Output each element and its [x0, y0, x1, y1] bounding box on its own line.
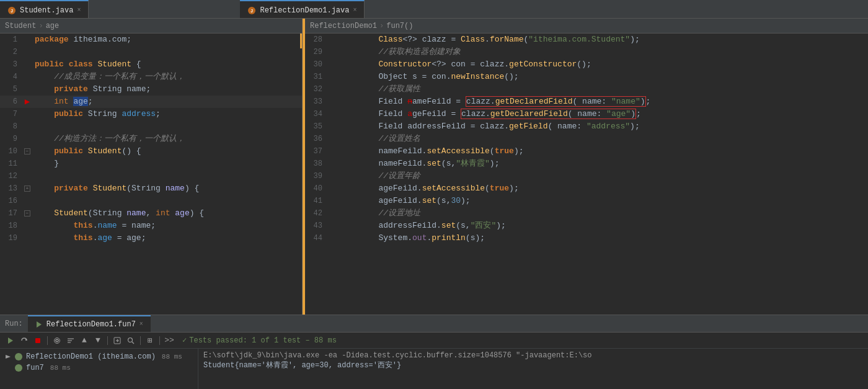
run-time-fun7: 88 ms — [50, 364, 71, 372]
run-output-line1: E:\soft\jdk_9\bin\java.exe -ea -Didea.te… — [203, 351, 863, 360]
code-line-16: 16 — [0, 195, 302, 207]
run-search-btn[interactable] — [125, 335, 136, 346]
right-line-33: 33 Field nameFeild = clazz.getDeclaredFi… — [305, 96, 868, 108]
run-rerun-btn[interactable] — [19, 335, 30, 346]
run-stop-btn[interactable] — [32, 335, 43, 346]
code-line-1: 1 package itheima.com; — [0, 34, 302, 46]
status-dot-fun7 — [15, 364, 22, 372]
right-line-39: 39 //设置年龄 — [305, 170, 868, 182]
svg-line-18 — [132, 342, 134, 344]
right-line-41: 41 ageFeild.set(s,30); — [305, 195, 868, 207]
right-line-44: 44 System.out.println(s); — [305, 232, 868, 244]
tab-bar: J Student.java × J ReflectionDemo1.java … — [0, 0, 868, 19]
right-line-32: 32 //获取属性 — [305, 83, 868, 96]
tab-label-left: Student.java — [20, 6, 73, 15]
right-line-37: 37 nameFeild.setAccessible(true); — [305, 145, 868, 158]
tab-reflection-java[interactable]: J ReflectionDemo1.java × — [240, 0, 365, 18]
run-icon — [35, 321, 43, 328]
toolbar-sep-1 — [47, 336, 48, 345]
run-output-line2: Student{name='林青霞', age=30, address='西安'… — [203, 360, 863, 370]
run-tree-root[interactable]: ReflectionDemo1 (itheima.com) 88 ms — [2, 351, 195, 362]
collapse-icon — [5, 354, 11, 360]
svg-rect-7 — [35, 338, 40, 343]
run-up-btn[interactable]: ▲ — [79, 335, 90, 346]
status-dot-root — [15, 353, 22, 360]
breadcrumb-sep-left: › — [38, 22, 43, 30]
fold-13[interactable]: + — [24, 186, 30, 192]
right-line-35: 35 Field addressFeild = clazz.getField( … — [305, 120, 868, 133]
right-line-34: 34 Field ageFeild = clazz.getDeclaredFie… — [305, 108, 868, 120]
run-export-btn[interactable] — [112, 335, 123, 346]
breadcrumb-method-right: fun7() — [386, 22, 413, 30]
run-label: Run: — [0, 315, 28, 332]
close-run-tab[interactable]: × — [140, 321, 143, 328]
right-line-29: 29 //获取构造器创建对象 — [305, 46, 868, 58]
java-icon-left: J — [7, 6, 16, 15]
run-tree[interactable]: ReflectionDemo1 (itheima.com) 88 ms fun7… — [0, 349, 198, 389]
right-panel: ReflectionDemo1 › fun7() 28 Class<?> cla… — [305, 19, 868, 315]
right-line-36: 36 //设置姓名 — [305, 133, 868, 145]
code-line-13: 13 + private Student(String name) { — [0, 182, 302, 195]
svg-point-9 — [55, 338, 60, 343]
code-line-18: 18 this.name = name; — [0, 220, 302, 232]
run-tree-fun7[interactable]: fun7 88 ms — [2, 362, 195, 373]
toolbar-sep-3 — [140, 336, 141, 345]
left-code-area[interactable]: 1 package itheima.com; 2 3 public class … — [0, 34, 302, 315]
run-tab-label: ReflectionDemo1.fun7 — [46, 320, 136, 329]
breadcrumb-right: ReflectionDemo1 › fun7() — [305, 19, 868, 34]
svg-text:J: J — [11, 9, 13, 14]
code-line-2: 2 — [0, 46, 302, 58]
close-tab-right[interactable]: × — [353, 7, 356, 14]
code-line-5: 5 private String name; — [0, 83, 302, 96]
code-line-7: 7 public String address; — [0, 108, 302, 120]
code-line-12: 12 — [0, 170, 302, 182]
fold-17[interactable]: − — [24, 210, 30, 217]
toolbar-sep-2 — [107, 336, 108, 345]
breadcrumb-sep-right: › — [379, 22, 384, 30]
svg-point-17 — [128, 338, 133, 342]
run-time-root: 88 ms — [162, 353, 182, 360]
close-tab-left[interactable]: × — [77, 7, 81, 14]
code-line-8: 8 — [0, 120, 302, 133]
right-line-40: 40 ageFeild.setAccessible(true); — [305, 182, 868, 195]
code-line-19: 19 this.age = age; — [0, 232, 302, 244]
right-line-43: 43 addressFeild.set(s,"西安"); — [305, 220, 868, 232]
tab-label-right: ReflectionDemo1.java — [260, 6, 349, 15]
run-tree-fun7-label: fun7 — [26, 364, 44, 372]
run-status: ✓ Tests passed: 1 of 1 test – 88 ms — [182, 336, 337, 345]
right-line-38: 38 nameFeild.set(s,"林青霞"); — [305, 158, 868, 170]
code-line-6: 6 ▶ int age; — [0, 96, 302, 108]
fold-10[interactable]: − — [24, 148, 30, 154]
run-more-btn[interactable]: >> — [164, 335, 175, 346]
toolbar-sep-4 — [159, 336, 160, 345]
right-line-30: 30 Constructor<?> con = clazz.getConstru… — [305, 58, 868, 71]
run-tab-fun7[interactable]: ReflectionDemo1.fun7 × — [28, 315, 151, 332]
run-toolbar: ▲ ▼ ⊞ >> ✓ Tests passed: 1 of 1 test – 8… — [0, 333, 868, 349]
svg-marker-19 — [6, 355, 11, 359]
breadcrumb-member: age — [46, 22, 60, 30]
breadcrumb-left: Student › age — [0, 19, 302, 34]
code-line-10: 10 − public Student() { — [0, 145, 302, 158]
breadcrumb-class: Student — [5, 22, 36, 30]
code-line-9: 9 //构造方法：一个私有，一个默认， — [0, 133, 302, 145]
svg-point-8 — [56, 339, 58, 342]
svg-marker-5 — [8, 338, 13, 344]
run-settings-btn[interactable] — [51, 335, 63, 346]
status-check: ✓ — [182, 336, 187, 345]
svg-text:J: J — [250, 9, 253, 14]
code-line-17: 17 − Student(String name, int age) { — [0, 207, 302, 220]
run-tab-bar: Run: ReflectionDemo1.fun7 × — [0, 315, 868, 333]
run-sort-btn[interactable] — [65, 335, 76, 346]
code-line-4: 4 //成员变量：一个私有，一个默认， — [0, 71, 302, 83]
right-code-area[interactable]: 28 Class<?> clazz = Class.forName("ithei… — [305, 34, 868, 315]
right-line-28: 28 Class<?> clazz = Class.forName("ithei… — [305, 34, 868, 46]
status-text: Tests passed: 1 of 1 test – 88 ms — [189, 336, 337, 345]
right-line-31: 31 Object s = con.newInstance(); — [305, 71, 868, 83]
run-play-btn[interactable] — [5, 335, 16, 346]
code-line-3: 3 public class Student { — [0, 58, 302, 71]
run-down-btn[interactable]: ▼ — [92, 335, 104, 346]
tab-student-java[interactable]: J Student.java × — [0, 0, 89, 18]
breadcrumb-class-right: ReflectionDemo1 — [310, 22, 377, 30]
java-icon-right: J — [247, 6, 256, 15]
run-expand-btn[interactable]: ⊞ — [144, 335, 156, 346]
